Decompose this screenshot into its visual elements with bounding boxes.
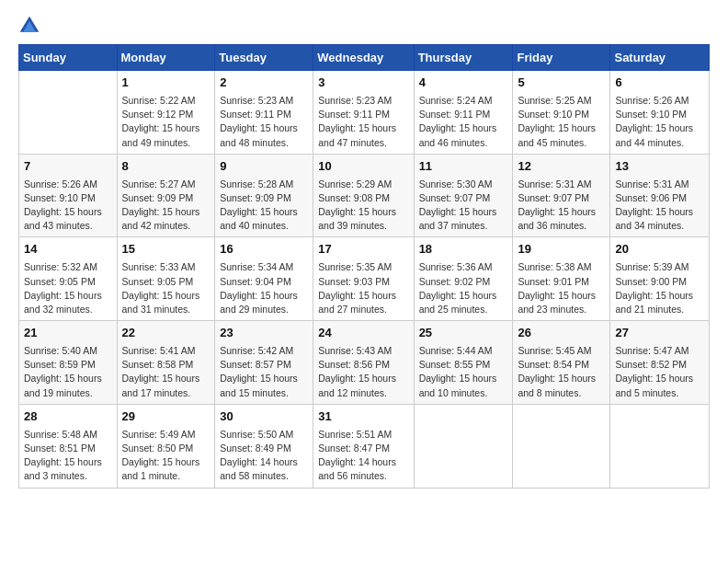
day-number: 16: [220, 241, 308, 259]
day-info: Sunrise: 5:42 AMSunset: 8:57 PMDaylight:…: [220, 344, 308, 400]
day-cell: 17Sunrise: 5:35 AMSunset: 9:03 PMDayligh…: [313, 237, 414, 321]
header-cell-wednesday: Wednesday: [313, 45, 414, 71]
day-info: Sunrise: 5:32 AMSunset: 9:05 PMDaylight:…: [24, 260, 112, 316]
day-info: Sunrise: 5:33 AMSunset: 9:05 PMDaylight:…: [122, 260, 210, 316]
day-cell: [513, 404, 610, 488]
header: [18, 15, 710, 37]
day-cell: 10Sunrise: 5:29 AMSunset: 9:08 PMDayligh…: [313, 154, 414, 237]
day-number: 3: [318, 75, 408, 92]
day-cell: 4Sunrise: 5:24 AMSunset: 9:11 PMDaylight…: [414, 71, 513, 155]
day-number: 20: [615, 241, 704, 259]
day-cell: 3Sunrise: 5:23 AMSunset: 9:11 PMDaylight…: [313, 71, 414, 155]
day-number: 2: [220, 75, 308, 92]
week-row-0: 1Sunrise: 5:22 AMSunset: 9:12 PMDaylight…: [19, 71, 710, 155]
week-row-3: 21Sunrise: 5:40 AMSunset: 8:59 PMDayligh…: [19, 321, 710, 405]
day-number: 31: [318, 408, 408, 426]
day-info: Sunrise: 5:23 AMSunset: 9:11 PMDaylight:…: [220, 94, 308, 150]
day-cell: 25Sunrise: 5:44 AMSunset: 8:55 PMDayligh…: [414, 321, 513, 405]
day-number: 26: [518, 325, 605, 342]
day-info: Sunrise: 5:31 AMSunset: 9:06 PMDaylight:…: [615, 178, 704, 234]
day-cell: 26Sunrise: 5:45 AMSunset: 8:54 PMDayligh…: [513, 321, 610, 405]
day-info: Sunrise: 5:44 AMSunset: 8:55 PMDaylight:…: [419, 344, 508, 400]
day-number: 8: [122, 158, 210, 176]
day-info: Sunrise: 5:47 AMSunset: 8:52 PMDaylight:…: [615, 344, 704, 400]
day-number: 22: [122, 325, 210, 342]
day-info: Sunrise: 5:35 AMSunset: 9:03 PMDaylight:…: [318, 260, 408, 316]
day-cell: 27Sunrise: 5:47 AMSunset: 8:52 PMDayligh…: [610, 321, 710, 405]
day-cell: 20Sunrise: 5:39 AMSunset: 9:00 PMDayligh…: [610, 237, 710, 321]
header-cell-saturday: Saturday: [610, 45, 710, 71]
day-info: Sunrise: 5:49 AMSunset: 8:50 PMDaylight:…: [122, 428, 210, 484]
day-number: 14: [24, 241, 112, 259]
day-info: Sunrise: 5:50 AMSunset: 8:49 PMDaylight:…: [220, 428, 308, 484]
day-info: Sunrise: 5:29 AMSunset: 9:08 PMDaylight:…: [318, 178, 408, 234]
day-number: 24: [318, 325, 408, 342]
day-cell: 22Sunrise: 5:41 AMSunset: 8:58 PMDayligh…: [117, 321, 215, 405]
day-cell: 13Sunrise: 5:31 AMSunset: 9:06 PMDayligh…: [610, 154, 710, 237]
day-info: Sunrise: 5:24 AMSunset: 9:11 PMDaylight:…: [419, 94, 508, 150]
day-cell: 7Sunrise: 5:26 AMSunset: 9:10 PMDaylight…: [19, 154, 118, 237]
day-number: 10: [318, 158, 408, 176]
day-cell: 30Sunrise: 5:50 AMSunset: 8:49 PMDayligh…: [215, 404, 313, 488]
day-number: 17: [318, 241, 408, 259]
week-row-2: 14Sunrise: 5:32 AMSunset: 9:05 PMDayligh…: [19, 237, 710, 321]
day-cell: 28Sunrise: 5:48 AMSunset: 8:51 PMDayligh…: [19, 404, 118, 488]
day-number: 27: [615, 325, 704, 342]
day-info: Sunrise: 5:27 AMSunset: 9:09 PMDaylight:…: [122, 178, 210, 234]
header-cell-tuesday: Tuesday: [215, 45, 313, 71]
day-info: Sunrise: 5:30 AMSunset: 9:07 PMDaylight:…: [419, 178, 508, 234]
day-cell: 21Sunrise: 5:40 AMSunset: 8:59 PMDayligh…: [19, 321, 118, 405]
day-number: 15: [122, 241, 210, 259]
day-number: 23: [220, 325, 308, 342]
day-cell: 19Sunrise: 5:38 AMSunset: 9:01 PMDayligh…: [513, 237, 610, 321]
day-cell: 8Sunrise: 5:27 AMSunset: 9:09 PMDaylight…: [117, 154, 215, 237]
day-number: 29: [122, 408, 210, 426]
day-cell: [610, 404, 710, 488]
day-info: Sunrise: 5:23 AMSunset: 9:11 PMDaylight:…: [318, 94, 408, 150]
header-cell-friday: Friday: [513, 45, 610, 71]
header-cell-sunday: Sunday: [19, 45, 118, 71]
day-number: 9: [220, 158, 308, 176]
day-cell: 6Sunrise: 5:26 AMSunset: 9:10 PMDaylight…: [610, 71, 710, 155]
calendar-table: SundayMondayTuesdayWednesdayThursdayFrid…: [18, 44, 710, 488]
day-number: 25: [419, 325, 508, 342]
day-info: Sunrise: 5:41 AMSunset: 8:58 PMDaylight:…: [122, 344, 210, 400]
day-info: Sunrise: 5:25 AMSunset: 9:10 PMDaylight:…: [518, 94, 605, 150]
day-info: Sunrise: 5:31 AMSunset: 9:07 PMDaylight:…: [518, 178, 605, 234]
day-info: Sunrise: 5:40 AMSunset: 8:59 PMDaylight:…: [24, 344, 112, 400]
day-number: 21: [24, 325, 112, 342]
day-cell: [19, 71, 118, 155]
day-cell: 9Sunrise: 5:28 AMSunset: 9:09 PMDaylight…: [215, 154, 313, 237]
header-cell-monday: Monday: [117, 45, 215, 71]
week-row-4: 28Sunrise: 5:48 AMSunset: 8:51 PMDayligh…: [19, 404, 710, 488]
day-cell: 2Sunrise: 5:23 AMSunset: 9:11 PMDaylight…: [215, 71, 313, 155]
logo: [18, 15, 44, 37]
day-number: 30: [220, 408, 308, 426]
day-info: Sunrise: 5:39 AMSunset: 9:00 PMDaylight:…: [615, 260, 704, 316]
day-info: Sunrise: 5:48 AMSunset: 8:51 PMDaylight:…: [24, 428, 112, 484]
day-cell: 16Sunrise: 5:34 AMSunset: 9:04 PMDayligh…: [215, 237, 313, 321]
header-cell-thursday: Thursday: [414, 45, 513, 71]
day-number: 18: [419, 241, 508, 259]
day-number: 13: [615, 158, 704, 176]
header-row: SundayMondayTuesdayWednesdayThursdayFrid…: [19, 45, 710, 71]
day-number: 12: [518, 158, 605, 176]
day-cell: 1Sunrise: 5:22 AMSunset: 9:12 PMDaylight…: [117, 71, 215, 155]
day-info: Sunrise: 5:26 AMSunset: 9:10 PMDaylight:…: [24, 178, 112, 234]
day-cell: 29Sunrise: 5:49 AMSunset: 8:50 PMDayligh…: [117, 404, 215, 488]
day-cell: 5Sunrise: 5:25 AMSunset: 9:10 PMDaylight…: [513, 71, 610, 155]
day-info: Sunrise: 5:34 AMSunset: 9:04 PMDaylight:…: [220, 260, 308, 316]
week-row-1: 7Sunrise: 5:26 AMSunset: 9:10 PMDaylight…: [19, 154, 710, 237]
day-cell: [414, 404, 513, 488]
day-number: 1: [122, 75, 210, 92]
day-info: Sunrise: 5:51 AMSunset: 8:47 PMDaylight:…: [318, 428, 408, 484]
day-cell: 12Sunrise: 5:31 AMSunset: 9:07 PMDayligh…: [513, 154, 610, 237]
day-cell: 15Sunrise: 5:33 AMSunset: 9:05 PMDayligh…: [117, 237, 215, 321]
day-cell: 18Sunrise: 5:36 AMSunset: 9:02 PMDayligh…: [414, 237, 513, 321]
day-number: 11: [419, 158, 508, 176]
day-info: Sunrise: 5:38 AMSunset: 9:01 PMDaylight:…: [518, 260, 605, 316]
day-info: Sunrise: 5:22 AMSunset: 9:12 PMDaylight:…: [122, 94, 210, 150]
logo-icon: [18, 15, 40, 37]
day-cell: 24Sunrise: 5:43 AMSunset: 8:56 PMDayligh…: [313, 321, 414, 405]
day-number: 5: [518, 75, 605, 92]
